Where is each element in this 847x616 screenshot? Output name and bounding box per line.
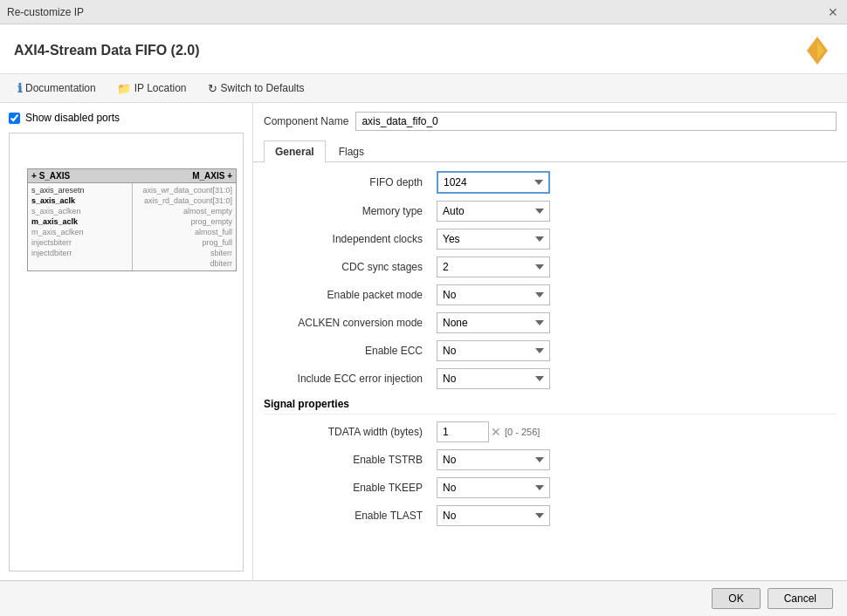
param-label-tstrb: Enable TSTRB: [264, 454, 430, 466]
list-item: prog_full: [133, 237, 237, 248]
refresh-icon: ↻: [208, 82, 217, 95]
app-title: AXI4-Stream Data FIFO (2.0): [14, 43, 200, 58]
tstrb-select[interactable]: No Yes: [437, 449, 550, 470]
param-row-fifo-depth: FIFO depth 1024 256 512 2048 4096: [264, 171, 837, 194]
tlast-select[interactable]: No Yes: [437, 505, 550, 526]
show-disabled-label: Show disabled ports: [25, 112, 120, 124]
param-row-tlast: Enable TLAST No Yes: [264, 505, 837, 526]
fifo-depth-select[interactable]: 1024 256 512 2048 4096: [437, 171, 550, 194]
tab-general[interactable]: General: [264, 140, 326, 162]
tdata-hint: [0 - 256]: [505, 427, 540, 437]
list-item: s_axis_aclken: [28, 206, 132, 216]
documentation-label: Documentation: [25, 82, 96, 94]
block-diagram: + S_AXIS M_AXIS + s_axis_aresetn s_axis_…: [9, 133, 244, 572]
param-control-ecc-injection: No Yes: [437, 368, 576, 389]
bottom-bar: OK Cancel: [0, 580, 847, 616]
tkeep-select[interactable]: No Yes: [437, 477, 550, 498]
component-name-row: Component Name: [253, 112, 847, 140]
clear-tdata-icon[interactable]: ✕: [491, 425, 501, 439]
list-item: almost_empty: [133, 206, 237, 216]
param-row-aclken: ACLKEN conversion mode None Slave Only M…: [264, 312, 837, 333]
aclken-select[interactable]: None Slave Only Master Only Both: [437, 312, 550, 333]
list-item: prog_empty: [133, 216, 237, 227]
show-disabled-checkbox[interactable]: [9, 113, 20, 124]
param-label-tdata: TDATA width (bytes): [264, 426, 430, 438]
param-control-independent-clocks: Yes No: [437, 229, 576, 250]
diagram-body: s_axis_aresetn s_axis_aclk s_axis_aclken…: [28, 183, 236, 270]
param-label-tlast: Enable TLAST: [264, 510, 430, 522]
packet-mode-select[interactable]: No Yes: [437, 284, 550, 305]
right-panel: Component Name General Flags FIFO depth …: [253, 103, 847, 580]
param-label-independent-clocks: Independent clocks: [264, 233, 430, 245]
cancel-button[interactable]: Cancel: [768, 588, 833, 609]
m-axis-label: M_AXIS: [192, 171, 224, 181]
param-label-tkeep: Enable TKEEP: [264, 482, 430, 494]
list-item: m_axis_aclk: [28, 216, 132, 227]
toolbar: ℹ Documentation 📁 IP Location ↻ Switch t…: [0, 74, 847, 103]
param-label-fifo-depth: FIFO depth: [264, 176, 430, 188]
app-header: AXI4-Stream Data FIFO (2.0): [0, 24, 847, 74]
info-icon: ℹ: [17, 81, 22, 95]
param-control-cdc-sync: 2 3 4: [437, 257, 576, 277]
list-item: axis_wr_data_count[31:0]: [133, 185, 237, 195]
param-control-aclken: None Slave Only Master Only Both: [437, 312, 576, 333]
ok-button[interactable]: OK: [712, 588, 760, 609]
window-title: Re-customize IP: [7, 6, 826, 18]
param-row-packet-mode: Enable packet mode No Yes: [264, 284, 837, 305]
app-logo: [802, 35, 833, 66]
ip-location-label: IP Location: [134, 82, 187, 94]
list-item: almost_full: [133, 227, 237, 237]
component-name-input[interactable]: [355, 112, 837, 131]
ip-location-button[interactable]: 📁 IP Location: [114, 80, 190, 97]
tabs-bar: General Flags: [253, 140, 847, 162]
diagram-header: + S_AXIS M_AXIS +: [28, 169, 236, 183]
param-label-memory-type: Memory type: [264, 205, 430, 217]
param-control-ecc: No Yes: [437, 340, 576, 361]
switch-defaults-button[interactable]: ↻ Switch to Defaults: [204, 80, 308, 97]
param-row-tkeep: Enable TKEEP No Yes: [264, 477, 837, 498]
param-row-tdata: TDATA width (bytes) ✕ [0 - 256]: [264, 421, 837, 442]
memory-type-select[interactable]: Auto Block RAM Distributed: [437, 201, 550, 222]
main-window: AXI4-Stream Data FIFO (2.0) ℹ Documentat…: [0, 24, 847, 616]
list-item: injectdbiterr: [28, 248, 132, 258]
ecc-injection-select[interactable]: No Yes: [437, 368, 550, 389]
diagram-inner: + S_AXIS M_AXIS + s_axis_aresetn s_axis_…: [27, 168, 237, 271]
documentation-button[interactable]: ℹ Documentation: [14, 79, 100, 97]
param-control-tdata: ✕ [0 - 256]: [437, 421, 576, 442]
tdata-input[interactable]: [437, 421, 489, 442]
param-control-packet-mode: No Yes: [437, 284, 576, 305]
tab-flags[interactable]: Flags: [327, 140, 375, 162]
plus-icon: +: [31, 171, 37, 181]
param-row-ecc: Enable ECC No Yes: [264, 340, 837, 361]
switch-defaults-label: Switch to Defaults: [221, 82, 305, 94]
param-control-tlast: No Yes: [437, 505, 576, 526]
param-label-cdc-sync: CDC sync stages: [264, 261, 430, 273]
params-scroll[interactable]: FIFO depth 1024 256 512 2048 4096 Memory…: [253, 162, 847, 580]
param-control-fifo-depth: 1024 256 512 2048 4096: [437, 171, 576, 194]
param-row-independent-clocks: Independent clocks Yes No: [264, 229, 837, 250]
param-row-tstrb: Enable TSTRB No Yes: [264, 449, 837, 470]
param-label-ecc: Enable ECC: [264, 345, 430, 357]
ecc-select[interactable]: No Yes: [437, 340, 550, 361]
cdc-sync-select[interactable]: 2 3 4: [437, 257, 550, 277]
folder-icon: 📁: [117, 82, 131, 95]
list-item: s_axis_aclk: [28, 195, 132, 206]
independent-clocks-select[interactable]: Yes No: [437, 229, 550, 250]
left-panel: Show disabled ports + S_AXIS M_AXIS +: [0, 103, 253, 580]
param-control-tstrb: No Yes: [437, 449, 576, 470]
content-area: Show disabled ports + S_AXIS M_AXIS +: [0, 103, 847, 580]
list-item: s_axis_aresetn: [28, 185, 132, 195]
title-bar: Re-customize IP ✕: [0, 0, 847, 24]
list-item: dbiterr: [133, 258, 237, 269]
param-label-packet-mode: Enable packet mode: [264, 289, 430, 301]
right-ports: axis_wr_data_count[31:0] axis_rd_data_co…: [133, 183, 237, 270]
list-item: axis_rd_data_count[31:0]: [133, 195, 237, 206]
param-row-memory-type: Memory type Auto Block RAM Distributed: [264, 201, 837, 222]
close-button[interactable]: ✕: [826, 5, 840, 19]
m-axis-plus-icon: +: [227, 171, 232, 181]
list-item: injectsbiterr: [28, 237, 132, 248]
list-item: sbiterr: [133, 248, 237, 258]
show-disabled-row: Show disabled ports: [9, 112, 244, 124]
param-label-aclken: ACLKEN conversion mode: [264, 317, 430, 329]
component-name-label: Component Name: [264, 115, 348, 127]
